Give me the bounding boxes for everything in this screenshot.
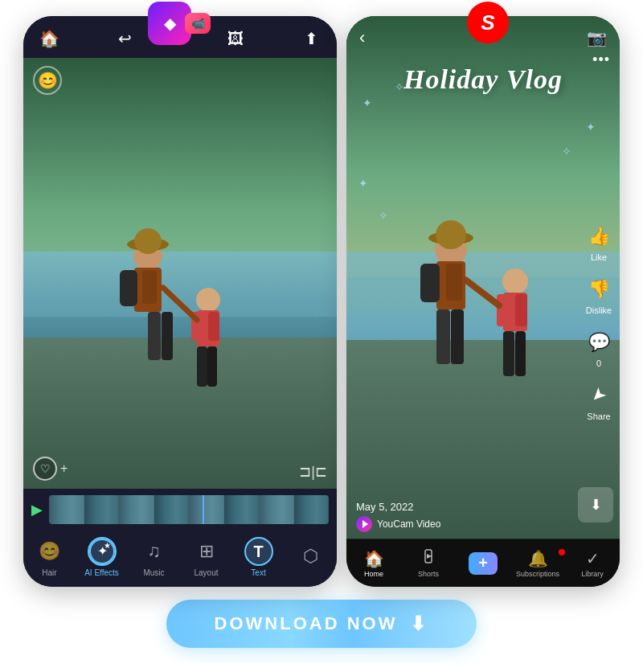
like-label: Like xyxy=(591,252,607,262)
video-cam-badge: 📹 xyxy=(185,13,211,34)
download-now-button[interactable]: DOWNLOAD NOW ⬇ xyxy=(166,600,477,648)
tab-text[interactable]: T Text xyxy=(232,537,285,577)
share-button[interactable]: ➤ Share xyxy=(584,381,613,421)
right-couple-svg xyxy=(346,193,620,482)
tab-hair[interactable]: 😊 Hair xyxy=(23,537,76,577)
left-phone-inner: 🏠 ↩ ↪ 🖼 ⬆ xyxy=(23,16,337,587)
sparkle-6: ✧ xyxy=(379,209,388,222)
sparkle-1: ✦ xyxy=(362,96,372,109)
nav-shorts[interactable]: Shorts xyxy=(401,548,456,578)
nav-library[interactable]: ✓ Library xyxy=(565,549,620,578)
sparkle-3: ✦ xyxy=(586,121,596,133)
nav-create[interactable]: + xyxy=(456,552,510,575)
camera-button[interactable]: 📷 xyxy=(587,28,607,47)
nav-subscriptions[interactable]: 🔔 Subscriptions xyxy=(510,549,565,578)
layout-icon: ⊞ xyxy=(192,537,221,566)
subscriptions-label: Subscriptions xyxy=(516,570,559,578)
nav-home-icon: 🏠 xyxy=(364,549,384,568)
timeline-frame-3 xyxy=(119,495,154,524)
right-phone-inner: ✦ ✧ ✦ ✧ ✦ ✧ ‹ 📷 ••• Holiday Vlog 👍 Like xyxy=(346,16,620,587)
comment-button[interactable]: 💬 0 xyxy=(584,328,613,368)
svg-marker-37 xyxy=(427,554,432,559)
timeline-frame-5 xyxy=(189,495,224,524)
date-info: May 5, 2022 YouCam Video xyxy=(356,501,571,532)
text-label: Text xyxy=(251,568,265,577)
bottom-nav-right: 🏠 Home Shorts + 🔔 Subscriptions xyxy=(346,539,620,587)
svg-rect-25 xyxy=(451,309,464,364)
svg-rect-3 xyxy=(142,270,157,304)
channel-row: YouCam Video xyxy=(356,516,571,532)
youtube-icon: S xyxy=(467,2,509,43)
sparkle-5: ✦ xyxy=(358,177,368,190)
comment-icon: 💬 xyxy=(584,328,613,357)
hair-label: Hair xyxy=(42,568,56,577)
subscriptions-icon: 🔔 xyxy=(528,549,548,568)
back-button[interactable]: ‹ xyxy=(359,27,365,48)
timeline-frame-8 xyxy=(294,495,330,524)
nav-home[interactable]: 🏠 Home xyxy=(346,549,401,578)
filter-icon: ⬡ xyxy=(297,542,326,571)
gallery-button[interactable]: 🖼 xyxy=(223,26,248,51)
tab-music[interactable]: ♫ Music xyxy=(128,537,180,577)
sparkle-4: ✧ xyxy=(562,145,571,158)
face-icon: 😊 xyxy=(33,66,62,95)
svg-point-27 xyxy=(436,220,466,249)
dislike-button[interactable]: 👎 Dislike xyxy=(584,275,613,315)
video-title: Holiday Vlog xyxy=(346,64,620,95)
nav-shorts-icon xyxy=(420,548,436,568)
video-background xyxy=(23,58,337,489)
add-icon: + xyxy=(60,461,68,476)
music-label: Music xyxy=(143,568,164,577)
svg-rect-14 xyxy=(207,346,217,387)
create-icon: + xyxy=(469,552,498,575)
ai-effects-icon: ✦ ★ xyxy=(88,537,117,566)
music-icon: ♫ xyxy=(140,537,169,566)
svg-rect-4 xyxy=(120,270,137,306)
svg-rect-12 xyxy=(208,312,219,341)
share-button[interactable]: ⬆ xyxy=(298,26,324,51)
timeline-track[interactable] xyxy=(49,495,329,524)
split-compare-button[interactable]: ⊐|⊏ xyxy=(299,463,327,481)
svg-rect-6 xyxy=(162,312,173,360)
home-button[interactable]: 🏠 xyxy=(36,26,62,51)
tab-filter[interactable]: ⬡ xyxy=(285,542,337,573)
layout-label: Layout xyxy=(194,568,218,577)
channel-name: YouCam Video xyxy=(377,518,440,530)
timeline-frame-4 xyxy=(154,495,190,524)
download-thumbnail[interactable]: ⬇ xyxy=(578,487,613,522)
action-buttons: 👍 Like 👎 Dislike 💬 0 ➤ Share xyxy=(584,222,613,421)
left-app-icon-group: 📹 xyxy=(148,2,211,45)
undo-button[interactable]: ↩ xyxy=(112,26,137,51)
tab-layout[interactable]: ⊞ Layout xyxy=(180,537,232,577)
dislike-icon: 👎 xyxy=(584,275,613,304)
notification-dot xyxy=(559,549,565,555)
play-button[interactable]: ▶ xyxy=(31,501,43,518)
download-section: DOWNLOAD NOW ⬇ xyxy=(166,600,477,648)
library-icon: ✓ xyxy=(586,549,600,568)
km-diamond xyxy=(160,14,179,33)
couple-svg xyxy=(23,183,337,489)
timeline-frames xyxy=(49,495,329,524)
channel-logo xyxy=(356,516,372,532)
heart-button[interactable]: ♡ xyxy=(33,457,57,481)
svg-rect-33 xyxy=(515,331,526,376)
nav-home-label: Home xyxy=(364,570,383,578)
video-area: 😊 ♡ + ⊐|⊏ xyxy=(23,58,337,489)
text-icon: T xyxy=(244,537,273,566)
svg-rect-22 xyxy=(446,264,462,301)
ai-effects-label: AI Effects xyxy=(84,568,119,577)
main-container: 📹 S 🏠 ↩ ↪ 🖼 ⬆ xyxy=(23,0,620,587)
download-btn-label: DOWNLOAD NOW xyxy=(215,613,398,634)
like-button[interactable]: 👍 Like xyxy=(584,222,613,262)
svg-rect-5 xyxy=(148,312,161,360)
library-label: Library xyxy=(581,570,604,578)
timeline-bar: ▶ xyxy=(23,489,337,531)
timeline-cursor[interactable] xyxy=(203,495,204,524)
tab-ai-effects[interactable]: ✦ ★ AI Effects xyxy=(76,537,128,577)
timeline-frame-6 xyxy=(224,495,260,524)
svg-rect-23 xyxy=(420,264,440,302)
timeline-frame-2 xyxy=(84,495,120,524)
svg-rect-13 xyxy=(197,346,207,387)
svg-rect-24 xyxy=(436,309,450,364)
date-text: May 5, 2022 xyxy=(356,501,571,513)
